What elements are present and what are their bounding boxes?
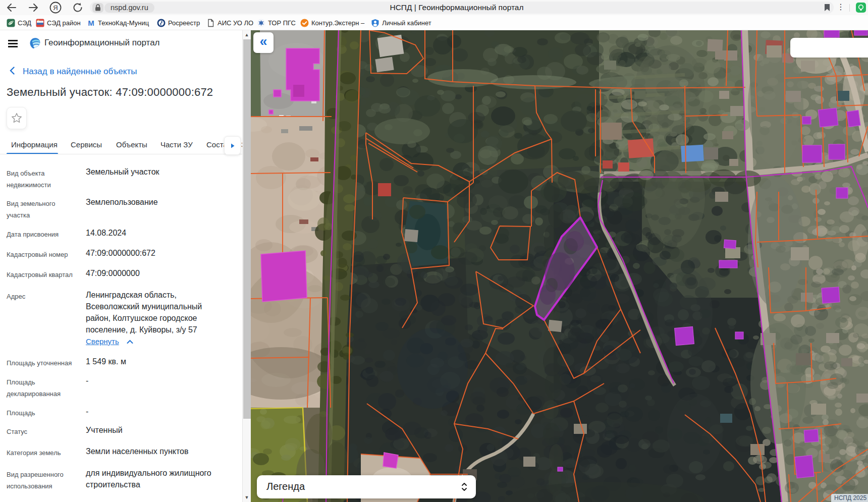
svg-text:Я: Я: [53, 4, 58, 12]
svg-text:М: М: [88, 19, 94, 27]
